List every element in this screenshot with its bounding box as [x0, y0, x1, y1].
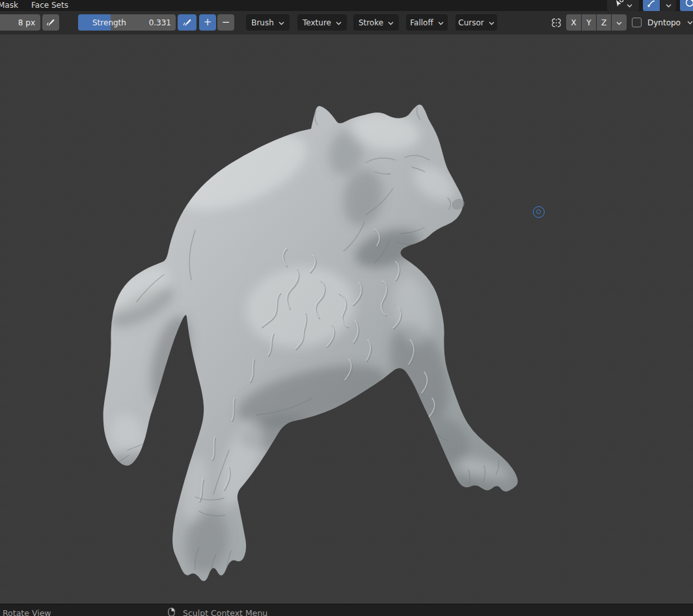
dropdown-texture-label: Texture	[303, 18, 331, 27]
dropdown-stroke[interactable]: Stroke	[353, 14, 399, 31]
dropdown-falloff-label: Falloff	[410, 18, 433, 27]
tweak-tool-icon	[614, 0, 624, 10]
mouse-right-click-icon	[168, 608, 175, 616]
brush-cursor	[533, 206, 545, 218]
radius-value: 8 px	[18, 18, 35, 27]
3d-viewport-canvas[interactable]	[0, 34, 693, 604]
chevron-down-icon	[279, 18, 284, 27]
dropdown-stroke-label: Stroke	[359, 18, 383, 27]
falloff-curve-icon	[647, 0, 656, 10]
symmetry-y-button[interactable]: Y	[582, 14, 596, 31]
subtract-brush-size-button[interactable]: −	[217, 14, 234, 31]
minus-icon: −	[222, 18, 230, 27]
menu-face-sets[interactable]: Face Sets	[27, 0, 72, 11]
strength-value: 0.331	[149, 18, 171, 27]
radius-pressure-toggle[interactable]	[42, 14, 59, 31]
dropdown-brush-label: Brush	[251, 18, 274, 27]
status-bar: Rotate View Sculpt Context Menu	[0, 604, 693, 616]
menu-bar: Mask Face Sets	[0, 0, 693, 11]
chevron-down-icon	[388, 18, 394, 27]
sculpted-bear-model	[0, 34, 693, 604]
symmetry-z-button[interactable]: Z	[597, 14, 611, 31]
dyntopo-checkbox[interactable]	[632, 18, 642, 27]
chevron-down-icon	[627, 0, 632, 10]
overlay-circle-icon	[685, 0, 693, 10]
menu-mask[interactable]: Mask	[0, 0, 22, 11]
status-sculpt-context-menu: Sculpt Context Menu	[183, 608, 267, 616]
strength-slider[interactable]: Strength 0.331	[78, 14, 176, 31]
symmetry-x-label: X	[571, 18, 576, 27]
chevron-down-icon	[616, 18, 622, 27]
dropdown-cursor[interactable]: Cursor	[455, 14, 497, 31]
symmetry-dropdown[interactable]	[612, 14, 627, 31]
proportional-falloff-dropdown[interactable]	[660, 0, 676, 11]
status-rotate-view: Rotate View	[3, 608, 51, 616]
plus-icon: +	[204, 18, 212, 27]
proportional-falloff-button[interactable]	[643, 0, 660, 11]
symmetry-z-label: Z	[601, 18, 606, 27]
chevron-down-icon	[336, 18, 342, 27]
add-brush-size-button[interactable]: +	[199, 14, 216, 31]
overlay-toggle-button[interactable]	[680, 0, 693, 11]
stylus-pressure-icon	[46, 17, 55, 28]
brush-cursor-center	[536, 209, 541, 214]
symmetry-butterfly-icon	[549, 14, 564, 31]
chevron-down-icon	[438, 18, 444, 27]
tweak-tool-dropdown[interactable]	[607, 0, 639, 11]
dropdown-falloff[interactable]: Falloff	[406, 14, 448, 31]
tool-settings-bar: 8 px Strength 0.331 + − Brush	[0, 11, 693, 34]
strength-pressure-toggle[interactable]	[178, 14, 197, 31]
stylus-pressure-icon	[183, 17, 192, 28]
radius-field[interactable]: 8 px	[0, 14, 40, 31]
chevron-down-icon	[666, 0, 672, 10]
chevron-down-icon[interactable]	[687, 14, 693, 31]
symmetry-y-label: Y	[586, 18, 591, 27]
dropdown-cursor-label: Cursor	[458, 18, 483, 27]
symmetry-x-button[interactable]: X	[566, 14, 581, 31]
dropdown-texture[interactable]: Texture	[297, 14, 347, 31]
dyntopo-label: Dyntopo	[647, 14, 681, 31]
dropdown-brush[interactable]: Brush	[246, 14, 290, 31]
strength-label: Strength	[92, 18, 126, 27]
chevron-down-icon	[489, 18, 495, 27]
